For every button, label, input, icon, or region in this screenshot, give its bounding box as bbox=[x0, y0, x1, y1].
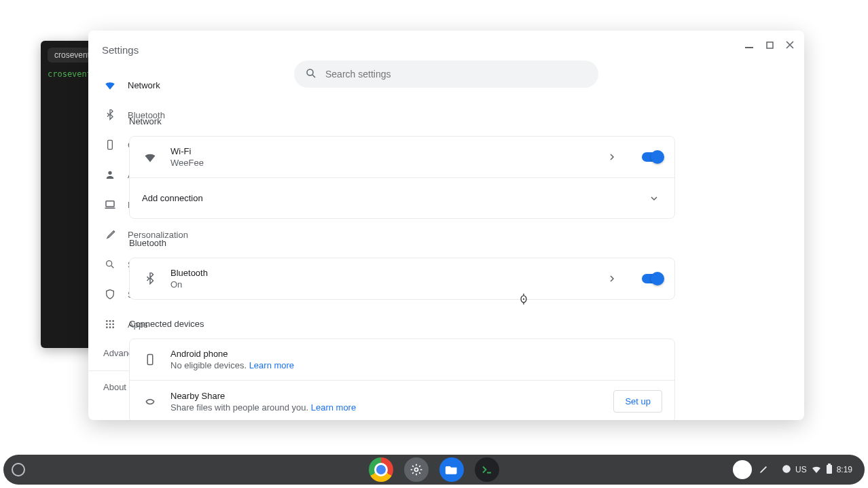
add-connection-row[interactable]: Add connection bbox=[130, 177, 674, 218]
status-tray[interactable]: US 8:19 bbox=[733, 460, 858, 479]
battery-status-icon bbox=[826, 464, 833, 476]
svg-point-8 bbox=[112, 320, 114, 322]
svg-point-12 bbox=[106, 326, 108, 328]
nearby-share-icon bbox=[142, 396, 158, 408]
svg-rect-0 bbox=[745, 47, 753, 48]
section-title-network: Network bbox=[129, 116, 675, 126]
svg-point-18 bbox=[415, 468, 418, 472]
brush-icon bbox=[103, 229, 117, 240]
ime-label: US bbox=[795, 465, 807, 474]
svg-point-11 bbox=[112, 324, 114, 326]
wifi-icon bbox=[103, 79, 117, 91]
settings-content: Network Wi-Fi WeeFee Add connection Blue… bbox=[129, 105, 675, 420]
shelf-apps bbox=[369, 457, 499, 482]
phone-icon bbox=[142, 353, 158, 366]
android-title: Android phone bbox=[170, 349, 662, 359]
svg-point-9 bbox=[106, 324, 108, 326]
sidebar-item-label: Network bbox=[128, 80, 160, 90]
svg-rect-4 bbox=[106, 201, 114, 207]
svg-rect-1 bbox=[767, 42, 773, 48]
page-title: Settings bbox=[102, 44, 139, 56]
network-card: Wi-Fi WeeFee Add connection bbox=[129, 136, 675, 219]
svg-point-14 bbox=[112, 326, 114, 328]
wifi-toggle[interactable] bbox=[642, 152, 662, 162]
svg-point-5 bbox=[107, 261, 112, 266]
svg-rect-20 bbox=[827, 465, 832, 474]
terminal-prompt: crosevent bbox=[48, 69, 92, 79]
chevron-down-icon bbox=[650, 193, 658, 203]
svg-rect-16 bbox=[147, 355, 153, 365]
bluetooth-icon bbox=[142, 273, 158, 285]
android-learn-more-link[interactable]: Learn more bbox=[249, 360, 294, 370]
search-input[interactable] bbox=[325, 69, 587, 80]
settings-app-icon[interactable] bbox=[404, 457, 429, 482]
bluetooth-title: Bluetooth bbox=[170, 268, 609, 278]
close-button[interactable] bbox=[780, 35, 800, 55]
nearby-sub: Share files with people around you. bbox=[170, 402, 311, 413]
connected-devices-card: Android phone No eligible devices. Learn… bbox=[129, 338, 675, 420]
svg-point-3 bbox=[108, 171, 111, 175]
search-bar[interactable] bbox=[294, 60, 598, 88]
launcher-button[interactable] bbox=[12, 463, 25, 476]
window-controls bbox=[739, 35, 800, 55]
shelf: US 8:19 bbox=[3, 455, 865, 485]
svg-rect-2 bbox=[108, 140, 113, 149]
android-sub: No eligible devices. bbox=[170, 360, 249, 370]
sidebar-item-network[interactable]: Network bbox=[88, 70, 243, 100]
chevron-right-icon bbox=[609, 152, 615, 162]
avatar[interactable] bbox=[733, 460, 752, 479]
bluetooth-icon bbox=[103, 109, 117, 120]
svg-point-10 bbox=[109, 324, 111, 326]
bluetooth-card: Bluetooth On bbox=[129, 258, 675, 300]
wifi-title: Wi-Fi bbox=[170, 146, 609, 156]
person-icon bbox=[103, 169, 117, 180]
svg-rect-21 bbox=[828, 464, 831, 465]
nearby-setup-button[interactable]: Set up bbox=[613, 390, 662, 413]
shield-icon bbox=[103, 289, 117, 300]
ime-icon bbox=[782, 464, 791, 476]
section-title-bluetooth: Bluetooth bbox=[129, 238, 675, 248]
bluetooth-status: On bbox=[170, 279, 609, 290]
svg-point-7 bbox=[109, 320, 111, 322]
wifi-ssid: WeeFee bbox=[170, 158, 609, 168]
search-icon bbox=[305, 67, 317, 82]
section-title-connected: Connected devices bbox=[129, 319, 675, 329]
maximize-button[interactable] bbox=[759, 35, 780, 55]
add-connection-label: Add connection bbox=[142, 193, 650, 203]
nearby-learn-more-link[interactable]: Learn more bbox=[311, 402, 356, 413]
wifi-status-icon bbox=[811, 464, 822, 476]
settings-window: Settings Network Bluetooth Connected dev… bbox=[88, 31, 804, 420]
chrome-app-icon[interactable] bbox=[369, 457, 393, 482]
apps-icon bbox=[103, 319, 117, 330]
nearby-share-row: Nearby Share Share files with people aro… bbox=[130, 380, 674, 420]
search-icon bbox=[103, 259, 117, 270]
stylus-icon[interactable] bbox=[759, 464, 770, 476]
svg-point-15 bbox=[307, 69, 313, 75]
clock: 8:19 bbox=[837, 465, 852, 474]
terminal-app-icon[interactable] bbox=[475, 457, 499, 482]
chevron-right-icon bbox=[609, 274, 615, 284]
svg-point-13 bbox=[109, 326, 111, 328]
laptop-icon bbox=[103, 198, 117, 211]
svg-point-6 bbox=[106, 320, 108, 322]
bluetooth-row[interactable]: Bluetooth On bbox=[130, 258, 674, 299]
nearby-title: Nearby Share bbox=[170, 391, 613, 401]
phone-icon bbox=[103, 139, 117, 150]
wifi-icon bbox=[142, 150, 158, 164]
bluetooth-toggle[interactable] bbox=[642, 274, 662, 283]
wifi-row[interactable]: Wi-Fi WeeFee bbox=[130, 137, 674, 177]
files-app-icon[interactable] bbox=[439, 457, 464, 482]
minimize-button[interactable] bbox=[739, 35, 759, 55]
android-phone-row[interactable]: Android phone No eligible devices. Learn… bbox=[130, 339, 674, 380]
